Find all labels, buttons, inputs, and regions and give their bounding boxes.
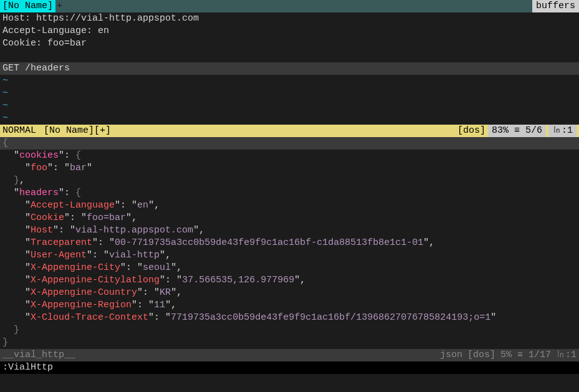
json-line: "User-Agent": "vial-http", [2, 249, 577, 262]
fileformat-indicator: [dos] [452, 125, 486, 137]
json-line: "foo": "bar" [2, 162, 577, 174]
lower-editor-pane[interactable]: { "cookies": { "foo": "bar" }, "headers"… [0, 137, 579, 349]
tilde-line: ~ [0, 100, 579, 112]
json-line: "Accept-Language": "en", [2, 199, 577, 212]
editor-line: Cookie: foo=bar [2, 37, 577, 50]
editor-line: Accept-Language: en [2, 25, 577, 37]
mode-indicator: NORMAL [2, 125, 36, 137]
upper-status-bar: NORMAL [No Name][+] [dos] 83% ≡ 5/6 ㏑:1 [0, 125, 579, 137]
tilde-line: ~ [0, 87, 579, 100]
json-line: "Host": "vial-http.appspot.com", [2, 224, 577, 237]
tab-bar: [No Name] + buffers [0, 0, 579, 12]
tilde-area: ~ ~ ~ ~ [0, 75, 579, 125]
json-line: "headers": { [2, 187, 577, 199]
position-percent: 83% ≡ 5/6 [488, 125, 546, 137]
json-line: "cookies": { [2, 150, 577, 162]
line-col-indicator: ㏑:1 [548, 125, 577, 137]
command-line[interactable]: :VialHttp [0, 361, 579, 374]
json-line: } [2, 337, 577, 349]
json-line: "Traceparent": "00-7719735a3cc0b59de43fe… [2, 237, 577, 249]
fileformat-indicator: [dos] [462, 349, 495, 361]
editor-line: Host: https://vial-http.appspot.com [2, 12, 577, 25]
tilde-line: ~ [0, 75, 579, 87]
position-percent: 5% ≡ 1/17 [495, 349, 551, 361]
json-line: "X-Cloud-Trace-Context": "7719735a3cc0b5… [2, 312, 577, 324]
tab-current[interactable]: [No Name] [0, 0, 55, 12]
tab-modified-indicator: + [55, 0, 532, 12]
json-line: "Cookie": "foo=bar", [2, 212, 577, 224]
json-line: "X-Appengine-City": "seoul", [2, 262, 577, 274]
json-line: }, [2, 174, 577, 187]
editor-cursor-line[interactable]: GET /headers [0, 62, 579, 75]
json-line: "X-Appengine-Citylatlong": "37.566535,12… [2, 274, 577, 287]
buffer-name: __vial_http__ [2, 349, 75, 361]
json-line: { [0, 137, 579, 150]
buffers-label[interactable]: buffers [532, 0, 579, 12]
json-line: } [2, 324, 577, 337]
editor-blank-line [2, 50, 577, 62]
tilde-line: ~ [0, 112, 579, 125]
upper-editor-pane[interactable]: Host: https://vial-http.appspot.com Acce… [0, 12, 579, 62]
json-line: "X-Appengine-Country": "KR", [2, 287, 577, 299]
line-col-indicator: ㏑:1 [551, 349, 577, 361]
json-line: "X-Appengine-Region": "11", [2, 299, 577, 312]
lower-status-bar: __vial_http__ json [dos] 5% ≡ 1/17 ㏑:1 [0, 349, 579, 361]
filetype-indicator: json [435, 349, 462, 361]
buffer-name: [No Name][+] [36, 125, 111, 137]
